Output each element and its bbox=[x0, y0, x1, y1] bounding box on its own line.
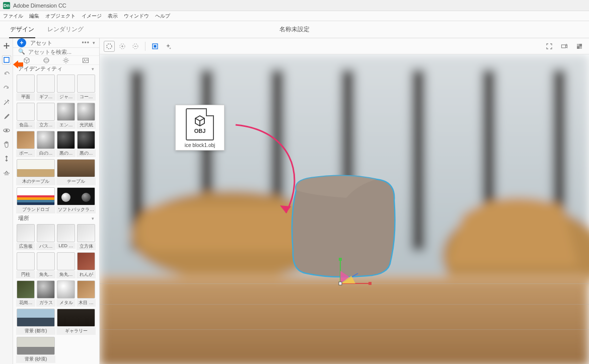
asset-item[interactable]: メタル bbox=[56, 280, 76, 307]
svg-point-7 bbox=[84, 59, 85, 60]
drag-file-preview: OBJ ice block1.obj bbox=[175, 105, 225, 151]
asset-item[interactable]: 花崗… bbox=[16, 280, 35, 307]
asset-item[interactable]: ガラス bbox=[36, 280, 55, 307]
asset-item[interactable]: バス… bbox=[36, 224, 55, 250]
app-icon: Dn bbox=[3, 2, 10, 9]
asset-panel-title: アセット bbox=[30, 39, 82, 47]
svg-point-4 bbox=[44, 59, 49, 61]
menu-file[interactable]: ファイル bbox=[3, 13, 23, 20]
asset-search[interactable]: 🔍 bbox=[13, 48, 99, 56]
asset-item[interactable]: 角丸… bbox=[36, 252, 55, 278]
asset-search-input[interactable] bbox=[28, 49, 98, 55]
section-identity-header[interactable]: アイデンティティ▾ bbox=[13, 65, 99, 72]
tool-redo[interactable] bbox=[2, 84, 11, 93]
filter-image-icon[interactable] bbox=[82, 57, 89, 64]
menu-object[interactable]: オブジェクト bbox=[45, 13, 76, 20]
search-icon: 🔍 bbox=[18, 48, 25, 55]
asset-grid-identity: 平面 ギフ… ジャ… コー… 食品… 立方… エン… 光沢紙 ボー… 白の… 黒… bbox=[13, 72, 99, 214]
asset-item[interactable]: コー… bbox=[77, 75, 96, 101]
select-subtract-icon[interactable] bbox=[130, 41, 141, 52]
asset-item[interactable]: LED … bbox=[56, 224, 76, 250]
svg-rect-12 bbox=[154, 45, 157, 47]
asset-filter-row bbox=[13, 56, 99, 65]
tabbar: デザイン レンダリング 名称未設定 bbox=[0, 21, 589, 38]
scene-object-ice-block[interactable] bbox=[286, 170, 402, 281]
tool-horizon[interactable] bbox=[2, 168, 11, 177]
tool-pan[interactable] bbox=[2, 140, 11, 149]
render-preview-icon[interactable] bbox=[574, 41, 585, 52]
obj-file-icon: OBJ bbox=[186, 108, 214, 140]
tab-design[interactable]: デザイン bbox=[9, 21, 35, 38]
add-asset-button[interactable]: + bbox=[17, 38, 26, 47]
svg-rect-16 bbox=[579, 46, 582, 49]
tool-move[interactable] bbox=[2, 41, 11, 50]
asset-item[interactable]: 立方… bbox=[36, 103, 55, 129]
asset-item[interactable]: 背景 (砂漠) bbox=[16, 337, 55, 363]
asset-item[interactable]: 背景 (都市) bbox=[16, 309, 55, 335]
filter-sphere-icon[interactable] bbox=[43, 57, 50, 64]
menu-window[interactable]: ウィンドウ bbox=[124, 13, 149, 20]
menu-edit[interactable]: 編集 bbox=[29, 13, 39, 20]
asset-item[interactable]: テーブル bbox=[56, 159, 96, 185]
asset-item[interactable]: 広告板 bbox=[16, 224, 35, 250]
asset-item[interactable]: れんが bbox=[77, 252, 96, 278]
tab-render[interactable]: レンダリング bbox=[46, 21, 85, 38]
asset-item[interactable]: ギャラリー bbox=[56, 309, 96, 335]
asset-item[interactable]: 白の… bbox=[36, 131, 55, 157]
asset-item[interactable]: 角丸… bbox=[56, 252, 76, 278]
document-title: 名称未設定 bbox=[279, 25, 310, 34]
chevron-down-icon: ▾ bbox=[92, 216, 94, 221]
filter-cube-icon[interactable] bbox=[23, 57, 30, 64]
tool-orbit[interactable] bbox=[2, 126, 11, 135]
section-places-header[interactable]: 場所▾ bbox=[13, 214, 99, 222]
svg-point-8 bbox=[107, 44, 112, 49]
asset-panel: + アセット ••• ▾ 🔍 アイデンティティ▾ 平面 ギフ… ジャ… コー… … bbox=[13, 38, 100, 364]
tool-undo[interactable] bbox=[2, 69, 11, 79]
tool-select[interactable] bbox=[2, 55, 11, 64]
asset-item[interactable]: 木目 … bbox=[77, 280, 96, 307]
asset-panel-caret[interactable]: ▾ bbox=[93, 40, 95, 45]
filter-light-icon[interactable] bbox=[62, 57, 69, 64]
asset-item[interactable]: 木のテーブル bbox=[16, 159, 55, 185]
menu-help[interactable]: ヘルプ bbox=[155, 13, 170, 20]
chevron-down-icon: ▾ bbox=[92, 66, 94, 71]
select-circle-icon[interactable] bbox=[104, 41, 115, 52]
asset-item[interactable]: ギフ… bbox=[36, 75, 55, 101]
svg-rect-22 bbox=[412, 69, 425, 251]
asset-item[interactable]: 光沢紙 bbox=[77, 103, 96, 129]
asset-item[interactable]: ボー… bbox=[16, 131, 35, 157]
asset-item[interactable]: 円柱 bbox=[16, 252, 35, 278]
select-add-icon[interactable] bbox=[117, 41, 128, 52]
menubar: ファイル 編集 オブジェクト イメージ 表示 ウィンドウ ヘルプ bbox=[0, 11, 589, 21]
asset-item[interactable]: ブランドロゴ bbox=[16, 187, 55, 213]
svg-rect-13 bbox=[562, 45, 566, 48]
app-title: Adobe Dimension CC bbox=[13, 3, 66, 9]
asset-panel-menu[interactable]: ••• bbox=[82, 39, 90, 46]
canvas: OBJ ice block1.obj bbox=[100, 38, 589, 364]
tool-strip bbox=[0, 38, 13, 364]
menu-image[interactable]: イメージ bbox=[82, 13, 102, 20]
asset-item[interactable]: 立方体 bbox=[77, 224, 96, 250]
asset-item[interactable]: 食品… bbox=[16, 103, 35, 129]
auto-icon[interactable] bbox=[163, 41, 174, 52]
asset-grid-places: 広告板 バス… LED … 立方体 円柱 角丸… 角丸… れんが 花崗… ガラス… bbox=[13, 222, 99, 364]
drag-file-name: ice block1.obj bbox=[178, 142, 222, 148]
asset-item[interactable]: ソフトバックラ… bbox=[56, 187, 96, 213]
tool-wand[interactable] bbox=[2, 98, 11, 107]
camera-bookmark-icon[interactable] bbox=[559, 41, 570, 52]
svg-rect-15 bbox=[577, 44, 579, 46]
viewport[interactable]: OBJ ice block1.obj bbox=[100, 54, 589, 364]
obj-ext-label: OBJ bbox=[194, 128, 206, 134]
tool-eyedropper[interactable] bbox=[2, 112, 11, 121]
fullscreen-icon[interactable] bbox=[544, 41, 555, 52]
asset-item[interactable]: ジャ… bbox=[56, 75, 76, 101]
asset-item[interactable]: 平面 bbox=[16, 75, 35, 101]
asset-item[interactable]: 黒の… bbox=[56, 131, 76, 157]
menu-view[interactable]: 表示 bbox=[108, 13, 118, 20]
svg-point-3 bbox=[44, 58, 49, 63]
marquee-icon[interactable] bbox=[150, 41, 161, 52]
tool-dolly[interactable] bbox=[2, 154, 11, 163]
asset-item[interactable]: 黒の… bbox=[77, 131, 96, 157]
ground-grid bbox=[100, 283, 589, 364]
asset-item[interactable]: エン… bbox=[56, 103, 76, 129]
